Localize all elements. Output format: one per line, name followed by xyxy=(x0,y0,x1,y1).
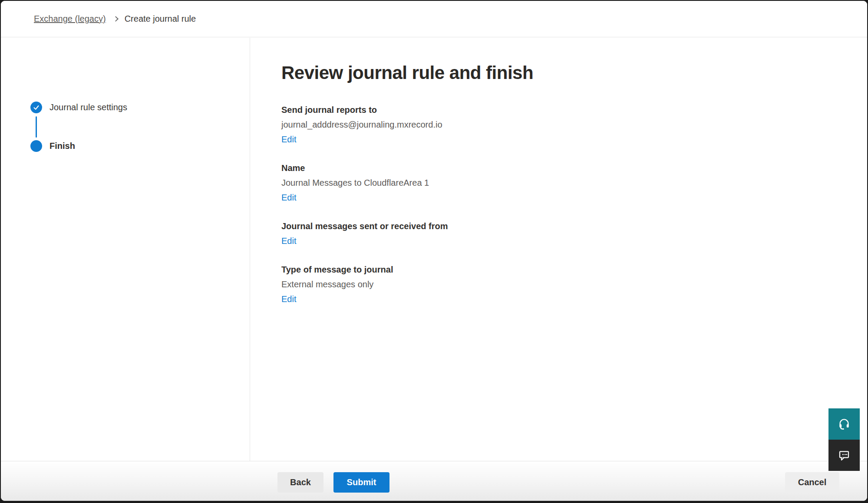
section-name: Name Journal Messages to CloudflareArea … xyxy=(281,161,533,205)
edit-message-type-link[interactable]: Edit xyxy=(281,292,296,306)
section-journal-messages-scope: Journal messages sent or received from E… xyxy=(281,219,533,248)
step-label: Journal rule settings xyxy=(50,102,127,113)
review-panel: Review journal rule and finish Send jour… xyxy=(281,61,533,320)
section-message-type: Type of message to journal External mess… xyxy=(281,262,533,306)
app-window: Exchange (legacy) Create journal rule Jo… xyxy=(1,1,867,501)
step-label: Finish xyxy=(50,140,75,152)
section-value: journal_adddress@journaling.mxrecord.io xyxy=(281,117,533,132)
wizard-step-finish[interactable]: Finish xyxy=(1,140,75,152)
back-button[interactable]: Back xyxy=(277,472,323,493)
headset-icon xyxy=(837,417,851,431)
submit-button[interactable]: Submit xyxy=(333,472,389,493)
help-button[interactable] xyxy=(828,408,860,440)
edit-journal-messages-scope-link[interactable]: Edit xyxy=(281,233,296,248)
section-label: Send journal reports to xyxy=(281,102,533,117)
footer-left-buttons: Back Submit xyxy=(277,472,389,493)
step-current-dot-icon xyxy=(30,140,42,152)
wizard-step-journal-rule-settings[interactable]: Journal rule settings xyxy=(1,102,127,113)
feedback-icon xyxy=(837,448,851,462)
section-value: Journal Messages to CloudflareArea 1 xyxy=(281,175,533,190)
page-title: Review journal rule and finish xyxy=(281,61,533,85)
cancel-button[interactable]: Cancel xyxy=(785,472,839,493)
section-send-journal-reports-to: Send journal reports to journal_adddress… xyxy=(281,102,533,147)
breadcrumb-current-page: Create journal rule xyxy=(125,14,196,24)
breadcrumb: Exchange (legacy) Create journal rule xyxy=(1,1,867,37)
floating-button-stack xyxy=(828,408,860,471)
step-connector-line xyxy=(36,116,37,138)
section-label: Journal messages sent or received from xyxy=(281,219,533,233)
wizard-footer: Back Submit Cancel xyxy=(1,461,867,501)
step-completed-check-icon xyxy=(30,102,42,113)
feedback-button[interactable] xyxy=(828,440,860,471)
edit-name-link[interactable]: Edit xyxy=(281,190,296,205)
section-label: Type of message to journal xyxy=(281,262,533,277)
chevron-right-icon xyxy=(113,16,119,22)
section-label: Name xyxy=(281,161,533,175)
breadcrumb-link-exchange[interactable]: Exchange (legacy) xyxy=(34,14,106,24)
wizard-step-rail: Journal rule settings Finish xyxy=(1,38,250,461)
edit-send-journal-reports-link[interactable]: Edit xyxy=(281,132,296,147)
section-value: External messages only xyxy=(281,277,533,292)
